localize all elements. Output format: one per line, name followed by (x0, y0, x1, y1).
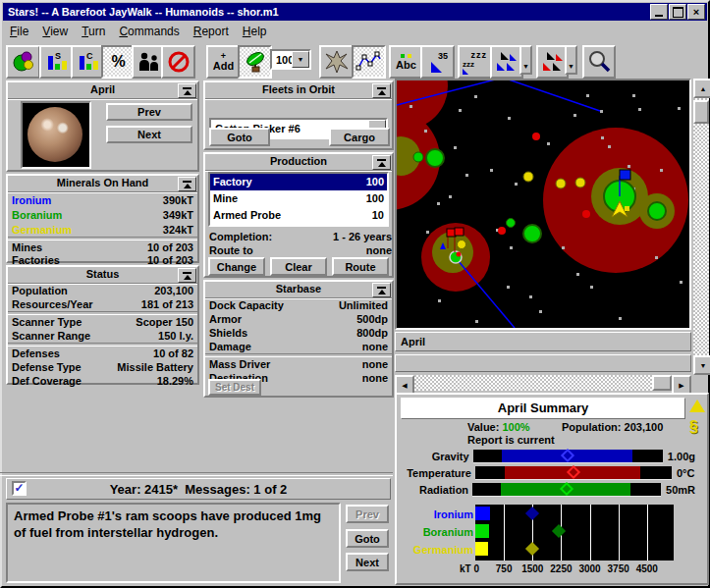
scroll-right-button[interactable]: ▶ (672, 375, 691, 395)
prev-message-button[interactable]: Prev (346, 505, 389, 523)
gravity-bar (473, 450, 663, 463)
menu-turn[interactable]: Turn (75, 24, 112, 39)
temperature-bar (475, 466, 672, 480)
habitability-view-button[interactable] (6, 45, 40, 79)
population-value: 203,100 (625, 421, 664, 433)
friendly-fleet-filter-button[interactable] (490, 45, 523, 79)
minimize-button[interactable] (650, 4, 668, 20)
scroll-down-button[interactable]: ▼ (693, 355, 710, 375)
status-panel: Status Population203,100 Resources/Year1… (6, 265, 199, 385)
change-production-button[interactable]: Change (208, 257, 265, 276)
starbase-row: Mass Drivernone (205, 357, 392, 371)
minerals-panel: Minerals On Hand Ironium390kT Boranium34… (6, 174, 199, 263)
menu-view[interactable]: View (35, 24, 75, 39)
mineral-graph (475, 505, 674, 561)
mineral-row: Ironium390kT (8, 192, 197, 207)
menu-file[interactable]: File (3, 24, 35, 39)
mineral-row: Boranium349kT (8, 207, 197, 222)
people-icon (137, 51, 162, 73)
planet-names-toggle-button[interactable]: Abc (389, 45, 423, 79)
mineral-graph-axis: kT 0 75015002250300037504500 (475, 563, 674, 575)
prev-planet-button[interactable]: Prev (106, 103, 192, 121)
goto-fleet-button[interactable]: Goto (209, 128, 270, 146)
collapse-button[interactable] (372, 283, 391, 297)
starbase-panel: Starbase Dock CapacityUnlimited Armor500… (203, 280, 394, 398)
queue-item[interactable]: Armed Probe10 (210, 207, 387, 224)
message-text: Armed Probe #1's ram scoops have produce… (6, 503, 341, 583)
scroll-left-button[interactable]: ◀ (395, 375, 414, 395)
zoom-select[interactable]: 100% ▼ (270, 49, 311, 70)
svg-text:S: S (55, 51, 61, 61)
message-filter-checkbox[interactable]: ✓ (12, 481, 27, 496)
report-status: Report is current (467, 434, 555, 446)
friendly-fleet-filter-dropdown[interactable]: ▼ (519, 45, 532, 75)
goto-message-button[interactable]: Goto (346, 529, 389, 548)
minimize-icon (655, 15, 663, 17)
queue-item[interactable]: Factory100 (210, 174, 387, 190)
radar-scanner-icon (243, 50, 268, 74)
route-button[interactable]: Route (332, 257, 389, 276)
map-area: ▲ ▼ ◀ ▶ April (395, 79, 709, 391)
close-button[interactable]: × (687, 4, 705, 20)
idle-fleets-toggle-button[interactable]: zzz zzz (458, 45, 492, 79)
production-queue-list[interactable]: Factory100 Mine100 Armed Probe10 (208, 172, 389, 227)
cargo-button[interactable]: Cargo (329, 128, 390, 146)
starbase-row: Dock CapacityUnlimited (205, 298, 392, 312)
fleets-panel-title: Fleets in Orbit (205, 82, 392, 99)
toolbar: S C % + Add 100% ▼ (3, 41, 707, 78)
scroll-up-button[interactable]: ▲ (693, 79, 710, 98)
no-info-view-button[interactable] (161, 45, 195, 79)
map-horizontal-scrollbar[interactable]: ◀ ▶ (395, 375, 691, 391)
status-row: Def Coverage18.29% (8, 374, 197, 388)
maximize-icon (673, 7, 683, 18)
menu-commands[interactable]: Commands (112, 24, 186, 39)
ship-count-toggle-button[interactable]: 35 (420, 45, 455, 79)
year-message-bar: ✓ Year: 2415* Messages: 1 of 2 (6, 478, 391, 500)
enemy-fleet-filter-dropdown[interactable]: ▼ (565, 45, 577, 75)
concentration-view-button[interactable]: C (71, 45, 105, 79)
menu-help[interactable]: Help (236, 24, 274, 39)
horizontal-scroll-thumb[interactable] (652, 375, 672, 391)
collapse-button[interactable] (178, 177, 196, 191)
starbase-indicator-icon (689, 400, 705, 412)
secondary-name-bar (395, 354, 691, 372)
title-bar[interactable]: Stars! -- A Barefoot JayWalk -- Humanoid… (3, 3, 707, 21)
find-button[interactable] (582, 45, 616, 79)
status-row: Defense TypeMissile Battery (8, 360, 197, 374)
selected-object-name: April (395, 332, 691, 351)
collapse-button[interactable] (372, 83, 391, 98)
mineral-graph-label: Ironium (399, 508, 473, 520)
mines-row: Mines10 of 203 (8, 241, 197, 253)
collapse-button[interactable] (372, 155, 391, 170)
mineral-row: Germanium324kT (8, 222, 197, 237)
radiation-bar (472, 483, 661, 497)
set-destination-button[interactable]: Set Dest (208, 379, 261, 396)
star-map[interactable] (395, 79, 691, 330)
planet-summary-panel: April Summary § Value: 100% Population: … (395, 393, 709, 585)
surface-minerals-view-button[interactable]: S (39, 45, 74, 79)
fleet-paths-toggle-button[interactable] (352, 45, 386, 79)
next-planet-button[interactable]: Next (106, 126, 192, 143)
add-waypoint-button[interactable]: + Add (206, 45, 241, 79)
map-vertical-scrollbar[interactable]: ▲ ▼ (693, 79, 709, 375)
blue-triangle-icon (428, 61, 448, 74)
status-row: Scanner Range150 l.y. (8, 329, 197, 343)
status-row: Resources/Year181 of 213 (8, 297, 197, 311)
planet-value-view-button[interactable]: % (101, 45, 136, 79)
minefield-toggle-button[interactable] (319, 45, 354, 79)
queue-item[interactable]: Mine100 (210, 190, 387, 207)
collapse-button[interactable] (178, 83, 196, 98)
next-message-button[interactable]: Next (346, 553, 389, 571)
yellow-dot-icon (408, 54, 411, 58)
collapse-button[interactable] (178, 268, 196, 283)
radiation-row: Radiation 50mR (401, 482, 695, 497)
zoom-dropdown-arrow[interactable]: ▼ (292, 51, 309, 68)
clear-production-button[interactable]: Clear (270, 257, 327, 276)
scanner-toggle-button[interactable] (238, 45, 272, 79)
menu-report[interactable]: Report (187, 24, 236, 39)
mineral-graph-label: Germanium (399, 544, 473, 556)
bar-chart-s-icon: S (44, 50, 70, 74)
vertical-scroll-thumb[interactable] (693, 100, 709, 124)
fleets-panel: Fleets in Orbit Cotton Picker #6 ▼ Goto … (203, 80, 394, 150)
maximize-button[interactable] (669, 4, 686, 20)
